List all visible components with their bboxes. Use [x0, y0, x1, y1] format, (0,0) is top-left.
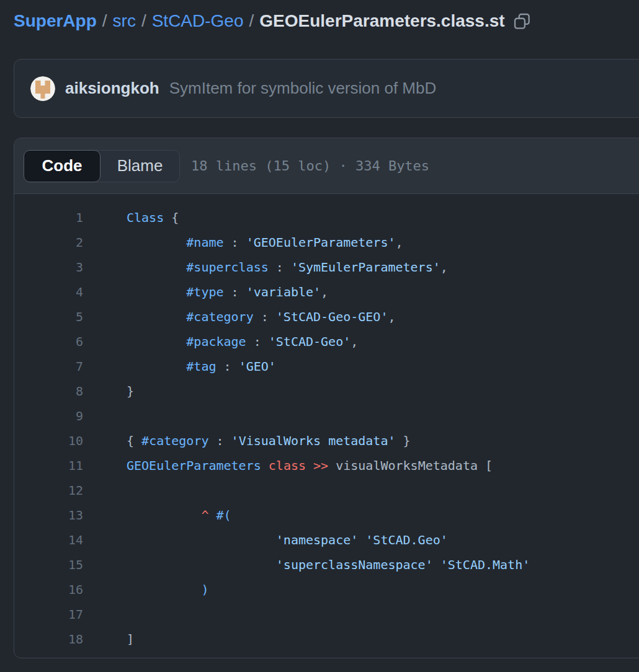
- line-number[interactable]: 17: [14, 602, 83, 627]
- code-line: 1Class {: [14, 205, 639, 230]
- line-number[interactable]: 13: [14, 503, 83, 528]
- code-line-text: [83, 602, 127, 627]
- code-blame-switcher: Code Blame: [24, 150, 180, 182]
- breadcrumb-separator: /: [136, 9, 152, 33]
- identicon-avatar: [30, 76, 55, 101]
- line-number[interactable]: 15: [14, 552, 83, 577]
- breadcrumb: SuperApp/src/StCAD-Geo/GEOEulerParameter…: [14, 9, 530, 33]
- code-line-text: 'superclassNamespace' 'StCAD.Math': [83, 552, 530, 577]
- line-number[interactable]: 8: [14, 379, 83, 404]
- code-line: 2 #name : 'GEOEulerParameters',: [14, 230, 639, 255]
- code-line-text: }: [83, 379, 134, 404]
- file-view: Code Blame 18 lines (15 loc) · 334 Bytes…: [14, 138, 639, 658]
- code-line: 12: [14, 478, 639, 503]
- code-line: 13 ^ #(: [14, 503, 639, 528]
- code-line: 3 #superclass : 'SymEulerParameters',: [14, 255, 639, 280]
- code-line-text: #superclass : 'SymEulerParameters',: [83, 255, 448, 280]
- line-number[interactable]: 18: [14, 627, 83, 652]
- code-content: 1Class {2 #name : 'GEOEulerParameters',3…: [14, 194, 639, 652]
- code-line: 7 #tag : 'GEO': [14, 354, 639, 379]
- code-line: 18]: [14, 627, 639, 652]
- tab-code[interactable]: Code: [24, 150, 101, 182]
- code-line-text: #name : 'GEOEulerParameters',: [83, 230, 403, 255]
- line-number[interactable]: 16: [14, 577, 83, 602]
- tab-blame[interactable]: Blame: [101, 151, 179, 182]
- file-header: Code Blame 18 lines (15 loc) · 334 Bytes: [14, 138, 639, 194]
- code-line-text: #category : 'StCAD-Geo-GEO',: [83, 304, 396, 329]
- code-line: 10{ #category : 'VisualWorks metadata' }: [14, 428, 639, 453]
- line-number[interactable]: 11: [14, 453, 83, 478]
- code-line-text: { #category : 'VisualWorks metadata' }: [83, 428, 411, 453]
- code-line: 15 'superclassNamespace' 'StCAD.Math': [14, 552, 639, 577]
- code-line-text: [83, 478, 127, 503]
- code-line: 16 ): [14, 577, 639, 602]
- code-line-text: ): [83, 577, 208, 602]
- line-number[interactable]: 12: [14, 478, 83, 503]
- breadcrumb-separator: /: [97, 9, 113, 33]
- breadcrumb-filename: GEOEulerParameters.class.st: [259, 9, 504, 33]
- line-number[interactable]: 4: [14, 280, 83, 304]
- code-line-text: 'namespace' 'StCAD.Geo': [83, 528, 448, 552]
- commit-author[interactable]: aiksiongkoh: [65, 79, 159, 98]
- code-line-text: [83, 404, 127, 428]
- copy-icon: [514, 13, 530, 30]
- breadcrumb-src[interactable]: src: [113, 9, 136, 33]
- code-line: 5 #category : 'StCAD-Geo-GEO',: [14, 304, 639, 329]
- code-line-text: GEOEulerParameters class >> visualWorksM…: [83, 453, 493, 478]
- code-line: 6 #package : 'StCAD-Geo',: [14, 329, 639, 354]
- line-number[interactable]: 7: [14, 354, 83, 379]
- code-line-text: #type : 'variable',: [83, 280, 328, 304]
- copy-path-button[interactable]: [514, 13, 530, 30]
- avatar[interactable]: [30, 76, 55, 101]
- code-line-text: Class {: [83, 205, 179, 230]
- code-line: 8}: [14, 379, 639, 404]
- line-number[interactable]: 10: [14, 428, 83, 453]
- breadcrumb-repo[interactable]: SuperApp: [14, 9, 97, 33]
- line-number[interactable]: 3: [14, 255, 83, 280]
- line-number[interactable]: 6: [14, 329, 83, 354]
- line-number[interactable]: 14: [14, 528, 83, 552]
- line-number[interactable]: 2: [14, 230, 83, 255]
- code-line: 14 'namespace' 'StCAD.Geo': [14, 528, 639, 552]
- code-line: 4 #type : 'variable',: [14, 280, 639, 304]
- file-meta-info: 18 lines (15 loc) · 334 Bytes: [191, 158, 429, 174]
- code-line: 11GEOEulerParameters class >> visualWork…: [14, 453, 639, 478]
- code-line-text: ^ #(: [83, 503, 231, 528]
- code-line-text: #package : 'StCAD-Geo',: [83, 329, 358, 354]
- code-line-text: ]: [83, 627, 134, 652]
- breadcrumb-stcad-geo[interactable]: StCAD-Geo: [152, 9, 244, 33]
- commit-bar: aiksiongkoh SymItem for symbolic version…: [14, 59, 639, 118]
- code-line: 9: [14, 404, 639, 428]
- breadcrumb-separator: /: [244, 9, 260, 33]
- line-number[interactable]: 9: [14, 404, 83, 428]
- commit-message[interactable]: SymItem for symbolic version of MbD: [169, 79, 437, 98]
- line-number[interactable]: 5: [14, 304, 83, 329]
- page: SuperApp/src/StCAD-Geo/GEOEulerParameter…: [0, 0, 639, 672]
- line-number[interactable]: 1: [14, 205, 83, 230]
- code-line: 17: [14, 602, 639, 627]
- code-line-text: #tag : 'GEO': [83, 354, 276, 379]
